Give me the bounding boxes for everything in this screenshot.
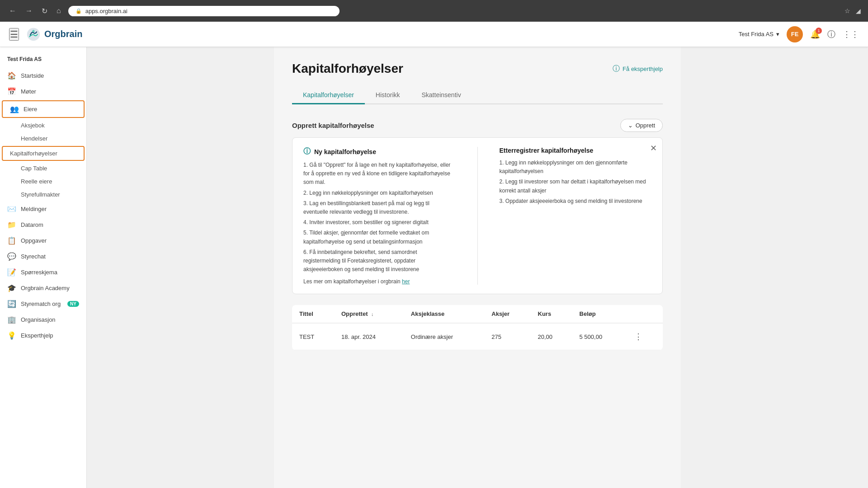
sidebar: Test Frida AS 🏠 Startside 📅 Møter 👥 Eier… xyxy=(0,47,87,488)
browser-chrome: ← → ↻ ⌂ 🔒 apps.orgbrain.ai ☆ ◢ xyxy=(0,0,868,22)
sidebar-label-eiere: Eiere xyxy=(24,106,37,113)
people-icon: 👥 xyxy=(10,105,19,113)
info-step-6: Få innbetalingene bekreftet, send samord… xyxy=(303,248,456,274)
sidebar-label-styrematch: Styrematch org xyxy=(21,300,61,307)
cell-aksjeklasse: Ordinære aksjer xyxy=(404,323,484,350)
sidebar-item-styrematch[interactable]: 🔄 Styrematch org NY xyxy=(0,296,86,312)
sidebar-item-styrechat[interactable]: 💬 Styrechat xyxy=(0,249,86,264)
sidebar-label-styrechat: Styrechat xyxy=(21,253,46,260)
sidebar-label-reelle-eiere: Reelle eiere xyxy=(21,178,52,185)
sidebar-item-styrefullmakter[interactable]: Styrefullmakter xyxy=(0,188,86,201)
calendar-icon: 📅 xyxy=(7,87,16,96)
expert-help-button[interactable]: ⓘ Få eksperthjelp xyxy=(613,64,663,74)
sidebar-label-eksperthjelp: Eksperthjelp xyxy=(21,332,53,339)
address-bar[interactable]: 🔒 apps.orgbrain.ai xyxy=(68,6,340,16)
top-nav: ☰ Orgbrain Test Frida AS ▾ FE 🔔 1 ⓘ xyxy=(0,22,868,47)
data-table: Tittel Opprettet ↓ Aksjeklasse Aksjer Ku… xyxy=(292,305,663,350)
info-register-section: Etterregistrer kapitalforhøyelse Legg in… xyxy=(500,147,652,285)
extensions-icon[interactable]: ◢ xyxy=(856,7,861,14)
cell-belop: 5 500,00 xyxy=(572,323,626,350)
sidebar-item-reelle-eiere[interactable]: Reelle eiere xyxy=(0,175,86,188)
chat-icon: 💬 xyxy=(7,252,16,261)
sidebar-item-orgbrain-academy[interactable]: 🎓 Orgbrain Academy xyxy=(0,280,86,296)
tabs-row: Kapitalforhøyelser Historikk Skatteinsen… xyxy=(292,87,663,104)
sidebar-item-aksjebok[interactable]: Aksjebok xyxy=(0,119,86,132)
form-icon: 📝 xyxy=(7,268,16,277)
section-title: Opprett kapitalforhøyelse xyxy=(292,122,374,129)
register-step-1: Legg inn nøkkelopplysninger om den gjenn… xyxy=(500,159,652,176)
sidebar-item-oppgaver[interactable]: 📋 Oppgaver xyxy=(0,233,86,249)
notification-button[interactable]: 🔔 1 xyxy=(810,29,820,39)
home-icon: 🏠 xyxy=(7,71,16,80)
col-aksjeklasse: Aksjeklasse xyxy=(404,305,484,323)
opprett-button[interactable]: ⌄ Opprett xyxy=(620,119,663,132)
row-actions-button[interactable]: ⋮ xyxy=(632,330,644,343)
section-header: Opprett kapitalforhøyelse ⌄ Opprett xyxy=(292,115,663,136)
nav-forward-button[interactable]: → xyxy=(24,5,34,17)
col-belop: Beløp xyxy=(572,305,626,323)
sidebar-item-kapitalforhoyelser[interactable]: Kapitalforhøyelser xyxy=(2,146,85,161)
info-register-title: Etterregistrer kapitalforhøyelse xyxy=(500,147,652,154)
page-content: Kapitalforhøyelser ⓘ Få eksperthjelp Kap… xyxy=(87,47,868,488)
info-step-1: Gå til "Opprett" for å lage en helt ny k… xyxy=(303,161,456,187)
help-button[interactable]: ⓘ xyxy=(827,29,835,40)
col-tittel: Tittel xyxy=(292,305,334,323)
col-kurs: Kurs xyxy=(531,305,572,323)
org-icon: 🏢 xyxy=(7,315,16,324)
folder-icon: 📁 xyxy=(7,221,16,229)
info-register-list: Legg inn nøkkelopplysninger om den gjenn… xyxy=(500,159,652,206)
nav-back-button[interactable]: ← xyxy=(7,5,18,17)
sidebar-item-meldinger[interactable]: ✉️ Meldinger xyxy=(0,201,86,217)
tab-skatteinsentiv[interactable]: Skatteinsentiv xyxy=(411,87,472,104)
sidebar-label-hendelser: Hendelser xyxy=(21,135,47,142)
expert-help-label: Få eksperthjelp xyxy=(623,66,663,72)
sidebar-company-label: Test Frida AS xyxy=(0,52,86,68)
info-step-3: Lag en bestillingsblankett basert på mal… xyxy=(303,199,456,216)
star-icon[interactable]: ☆ xyxy=(844,7,850,14)
nav-reload-button[interactable]: ↻ xyxy=(40,5,49,17)
company-name: Test Frida AS xyxy=(739,31,774,38)
sidebar-item-organisasjon[interactable]: 🏢 Organisasjon xyxy=(0,312,86,328)
sidebar-item-datarom[interactable]: 📁 Datarom xyxy=(0,217,86,233)
logo-area: Orgbrain xyxy=(26,27,82,42)
hamburger-button[interactable]: ☰ xyxy=(9,28,19,41)
sidebar-item-moter[interactable]: 📅 Møter xyxy=(0,84,86,99)
tab-historikk[interactable]: Historikk xyxy=(365,87,411,104)
sidebar-item-sporreskjema[interactable]: 📝 Spørreskjema xyxy=(0,264,86,280)
info-link[interactable]: her xyxy=(402,278,410,285)
register-step-3: Oppdater aksjeeeierboka og send melding … xyxy=(500,197,652,206)
avatar[interactable]: FE xyxy=(787,26,803,42)
opprett-label: Opprett xyxy=(636,122,655,129)
nav-right: Test Frida AS ▾ FE 🔔 1 ⓘ ⋮⋮ xyxy=(739,26,859,42)
info-new-section: ⓘ Ny kapitalforhøyelse Gå til "Opprett" … xyxy=(303,147,456,285)
academy-icon: 🎓 xyxy=(7,284,16,292)
sidebar-item-hendelser[interactable]: Hendelser xyxy=(0,132,86,145)
info-circle-icon: ⓘ xyxy=(303,147,311,156)
grid-button[interactable]: ⋮⋮ xyxy=(843,29,859,39)
logo-text: Orgbrain xyxy=(44,29,82,39)
url-text: apps.orgbrain.ai xyxy=(85,8,127,14)
info-new-list: Gå til "Opprett" for å lage en helt ny k… xyxy=(303,161,456,274)
sidebar-item-cap-table[interactable]: Cap Table xyxy=(0,162,86,175)
register-step-2: Legg til investorer som har deltatt i ka… xyxy=(500,178,652,195)
sidebar-label-cap-table: Cap Table xyxy=(21,165,47,172)
close-card-button[interactable]: ✕ xyxy=(650,143,657,153)
tab-kapitalforhoyelser[interactable]: Kapitalforhøyelser xyxy=(292,87,365,104)
sidebar-item-eksperthjelp[interactable]: 💡 Eksperthjelp xyxy=(0,328,86,343)
col-opprettet[interactable]: Opprettet ↓ xyxy=(334,305,404,323)
sidebar-label-meldinger: Meldinger xyxy=(21,206,47,212)
table-row: TEST 18. apr. 2024 Ordinære aksjer 275 2… xyxy=(292,323,663,350)
question-icon: ⓘ xyxy=(827,30,835,39)
notification-badge: 1 xyxy=(816,28,822,34)
match-icon: 🔄 xyxy=(7,300,16,308)
info-divider xyxy=(477,147,478,285)
company-selector[interactable]: Test Frida AS ▾ xyxy=(739,31,779,38)
cell-tittel: TEST xyxy=(292,323,334,350)
sidebar-item-eiere[interactable]: 👥 Eiere xyxy=(2,100,85,118)
sidebar-item-startside[interactable]: 🏠 Startside xyxy=(0,68,86,84)
lock-icon: 🔒 xyxy=(75,8,82,14)
grid-icon: ⋮⋮ xyxy=(843,30,859,39)
sidebar-label-startside: Startside xyxy=(21,72,44,79)
nav-home-button[interactable]: ⌂ xyxy=(55,5,63,17)
svg-point-1 xyxy=(32,30,34,32)
